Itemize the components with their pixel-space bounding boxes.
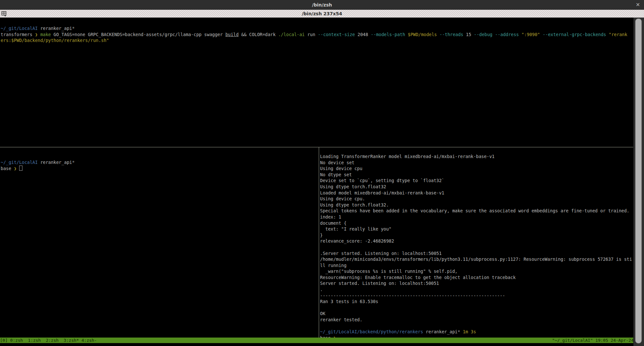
terminal-line (320, 244, 634, 250)
terminal-line: ers:$PWD/backend/python/rerankers/run.sh… (1, 37, 634, 44)
close-icon[interactable]: ✕ (636, 1, 640, 8)
tmux-pane-bottom-right[interactable]: Loading TransformerRanker model mixedbre… (319, 147, 634, 343)
terminal-line: _warn("subprocess %s is still running" %… (320, 268, 634, 274)
terminal-line: ll running (320, 262, 634, 269)
terminal-line: ~/_git/LocalAI reranker_api* (1, 25, 634, 32)
terminal-line: text: "I really like you" (320, 226, 634, 232)
scrollbar[interactable] (633, 18, 644, 346)
window-title: /bin/zsh (312, 2, 332, 7)
terminal-line: ~/_git/LocalAI reranker_api* (1, 159, 319, 166)
terminal-line: /home/mudler/miniconda3/envs/transformer… (320, 256, 634, 262)
status-window-item[interactable]: 2:zsh (46, 338, 61, 343)
terminal-window: /bin/zsh ✕ /bin/zsh 237x54 ~/_git/LocalA… (0, 0, 644, 346)
terminal-line: No device set (320, 160, 634, 166)
status-left: [0] 0:zsh 1:zsh 2:zsh 3:zsh* 4:zsh- (0, 338, 97, 343)
terminal-line: ----------------------------------------… (320, 293, 634, 299)
terminal-line: Device set to `cpu`, setting dtype to `f… (320, 178, 634, 184)
status-window-item[interactable]: 1:zsh (28, 338, 43, 343)
terminal-line: Using device cpu (320, 166, 634, 172)
status-session: [0] (0, 338, 7, 343)
status-window-item[interactable]: 0:zsh (10, 338, 25, 343)
terminal-line: ResourceWarning: Enable tracemalloc to g… (320, 274, 634, 281)
status-windows: 0:zsh 1:zsh 2:zsh 3:zsh* 4:zsh- (7, 338, 97, 343)
scrollbar-thumb[interactable] (635, 19, 642, 343)
terminal-line: } (320, 232, 634, 238)
tmux-client: ~/_git/LocalAI reranker_api*transformers… (0, 18, 644, 346)
terminal-line: Special tokens have been added in the vo… (320, 208, 634, 214)
terminal-line: . (320, 286, 634, 293)
terminal-line: OK (320, 311, 634, 317)
terminal-line: .Server started. Listening on: localhost… (320, 250, 634, 257)
terminal-line: Ran 3 tests in 63.530s (320, 299, 634, 305)
terminal-line: ~/_git/LocalAI/backend/python/rerankers … (320, 329, 634, 335)
terminal-line: base ❯ (1, 166, 319, 172)
terminal-line: transformers ❯ make GO_TAGS=none GRPC_BA… (1, 32, 634, 38)
terminal-line (320, 323, 634, 329)
terminal-line: relevance_score: -2.46826982 (320, 238, 634, 244)
status-right: "~/_git/LocalAI" 19:05 24-Apr-24 (552, 338, 634, 343)
tmux-status-bar: [0] 0:zsh 1:zsh 2:zsh 3:zsh* 4:zsh- "~/_… (0, 338, 634, 343)
terminal-line: Using dtype torch.float32. (320, 202, 634, 208)
terminal-line: reranker tested. (320, 317, 634, 323)
window-menu-icon[interactable] (1, 11, 8, 17)
tmux-pane-top[interactable]: ~/_git/LocalAI reranker_api*transformers… (0, 18, 634, 154)
terminal-cursor (19, 166, 22, 171)
terminal-line: No dtype set (320, 172, 634, 178)
terminal-line: Loaded model mixedbread-ai/mxbai-rerank-… (320, 190, 634, 196)
terminal-line (320, 305, 634, 311)
terminal-line: Using dtype torch.float32 (320, 184, 634, 190)
status-window-item[interactable]: 4:zsh- (82, 338, 97, 343)
window-titlebar: /bin/zsh ✕ (0, 0, 644, 10)
terminal-line: Using device cpu. (320, 196, 634, 202)
terminal-line: Loading TransformerRanker model mixedbre… (320, 153, 634, 160)
tab-title: /bin/zsh 237x54 (302, 11, 342, 16)
tab-bar: /bin/zsh 237x54 (0, 10, 644, 18)
pane-divider-vertical[interactable] (319, 147, 319, 338)
terminal-line: document { (320, 220, 634, 226)
status-window-item[interactable]: 3:zsh* (64, 338, 79, 343)
tmux-pane-bottom-left[interactable]: ~/_git/LocalAI reranker_api*base ❯ (0, 147, 319, 346)
terminal-line: index: 1 (320, 214, 634, 220)
terminal-line: Server started. Listening on: localhost:… (320, 280, 634, 286)
